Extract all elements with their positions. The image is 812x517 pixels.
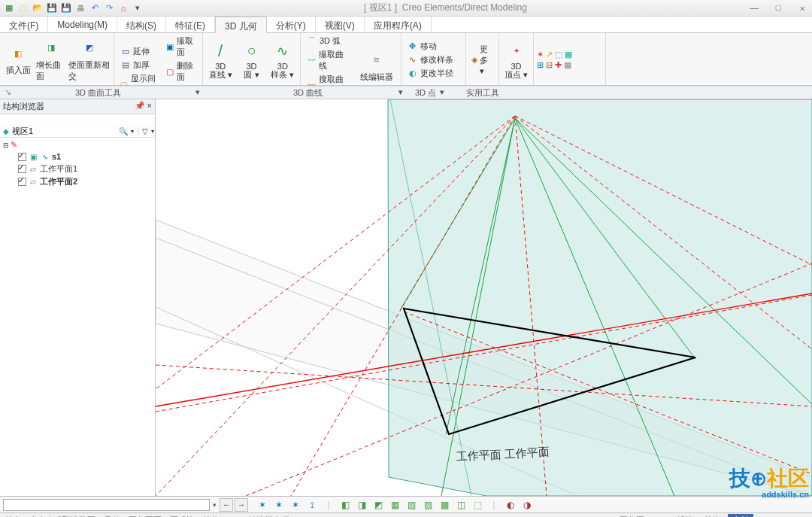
tab-application[interactable]: 应用程序(A): [365, 17, 432, 32]
tool-icon[interactable]: ▦: [565, 50, 572, 59]
pickcurve-button[interactable]: 〰撮取曲线: [304, 48, 353, 72]
undo-icon[interactable]: ↶: [89, 2, 101, 14]
3dline-button[interactable]: /3D 直线 ▾: [206, 39, 235, 81]
part-icon: ▣: [28, 151, 38, 162]
tab-file[interactable]: 文件(F): [0, 17, 48, 32]
cube-icon[interactable]: ◧: [338, 498, 352, 512]
minimize-button[interactable]: —: [747, 3, 761, 13]
tab-analysis[interactable]: 分析(Y): [267, 17, 316, 32]
extend-button[interactable]: ▭延伸: [117, 45, 161, 58]
more2-button[interactable]: ◈更多 ▾: [469, 43, 495, 77]
shade-icon[interactable]: ◐: [504, 498, 517, 512]
ribbon-group-labels: ↘ 3D 曲面工具 ▾ 3D 曲线 ▾ 3D 点 ▾ 实用工具: [0, 86, 812, 99]
redo-icon[interactable]: ↷: [103, 2, 115, 14]
tool-icon[interactable]: ⬚: [555, 50, 562, 59]
thicken-button[interactable]: ▤加厚: [117, 59, 161, 71]
ribbon: ◧插入面 ◨增长曲面 ◩使面重新相交 ▭延伸 ▤加厚 ◌显示间隙 ▣撮取面 ▢删…: [0, 33, 812, 86]
save-icon[interactable]: 💾: [46, 2, 58, 14]
structure-browser-panel: 结构浏览器 📌 × ◆ 🔍▾ | ▽▾ ⊟ ✎ ▣ ∿ s1 ▱ 工作平面1: [0, 99, 156, 496]
work-area: 结构浏览器 📌 × ◆ 🔍▾ | ▽▾ ⊟ ✎ ▣ ∿ s1 ▱ 工作平面1: [0, 99, 812, 496]
3dcircle-button[interactable]: ○3D 圆 ▾: [237, 39, 265, 81]
tab-modeling[interactable]: Modeling(M): [48, 17, 117, 32]
ribbon-tabs: 文件(F) Modeling(M) 结构(S) 特征(E) 3D 几何 分析(Y…: [0, 17, 812, 33]
curve-icon: ∿: [40, 151, 50, 162]
tool-icon[interactable]: ✶: [537, 50, 544, 59]
move-button[interactable]: ✥移动: [404, 40, 456, 53]
print-icon[interactable]: 🖶: [74, 2, 86, 14]
watermark-logo: 技⊕社区 addskills.cn: [729, 464, 809, 499]
curve-editor-button[interactable]: ≋线编辑器: [356, 48, 398, 84]
changeradius-button[interactable]: ◐更改半径: [404, 67, 456, 80]
modspline-button[interactable]: ∿修改样条: [404, 53, 456, 66]
saveall-icon[interactable]: 💾: [60, 2, 72, 14]
filter-icon[interactable]: ▽: [142, 127, 148, 135]
model-tree[interactable]: ⊟ ✎ ▣ ∿ s1 ▱ 工作平面1 ▱ 工作平面2: [0, 138, 155, 190]
qat-dropdown-icon[interactable]: ▾: [132, 2, 144, 14]
app-menu-icon[interactable]: ▦: [3, 2, 15, 14]
3dspline-button[interactable]: ∿3D 样条 ▾: [268, 39, 297, 81]
filter-input[interactable]: [12, 126, 116, 135]
reintersect-face-button[interactable]: ◩使面重新相交: [68, 36, 111, 84]
tree-node-wp2[interactable]: ▱ 工作平面2: [2, 175, 153, 188]
shade-icon[interactable]: ◑: [520, 498, 534, 512]
workplane-icon: ▱: [28, 177, 38, 187]
insert-face-button[interactable]: ◧插入面: [3, 41, 34, 78]
cmd-dropdown-icon[interactable]: ▾: [213, 501, 217, 509]
panel-filter-row: ◆ 🔍▾ | ▽▾: [0, 125, 155, 138]
tab-structure[interactable]: 结构(S): [117, 17, 166, 32]
pickface-button[interactable]: ▣撮取面: [163, 35, 199, 59]
tool-icon[interactable]: ⊟: [546, 60, 553, 70]
3darc-button[interactable]: ⌒3D 弧: [304, 35, 353, 47]
maximize-button[interactable]: □: [771, 3, 785, 13]
tree-icon: ◆: [3, 127, 9, 135]
status-bar: 单击一个命令或预选装配、零件、工作平面、面或边。按住 SHIFT 键选择多项。 …: [0, 512, 812, 517]
window-title: [ 视区1 ] Creo Elements/Direct Modeling: [144, 2, 747, 14]
tool-icon[interactable]: ▦: [564, 60, 571, 70]
status-all[interactable]: 全部: [728, 514, 753, 517]
window-controls: — □ ⨉: [747, 3, 809, 13]
tree-node-wp1[interactable]: ▱ 工作平面1: [2, 163, 153, 175]
tool-icon[interactable]: ⊞: [537, 60, 544, 70]
deleteface-button[interactable]: ▢删除面: [163, 59, 199, 84]
axis-icon[interactable]: ✶: [272, 498, 286, 512]
cmd-back-button[interactable]: ←: [220, 498, 233, 512]
panel-header: 结构浏览器 📌 ×: [0, 99, 155, 114]
checkbox[interactable]: [18, 165, 26, 173]
cube-icon[interactable]: ◩: [371, 498, 385, 512]
pin-icon[interactable]: 📌: [135, 101, 145, 110]
cmd-fwd-button[interactable]: →: [235, 498, 248, 512]
cube-icon[interactable]: ◫: [454, 498, 468, 512]
panel-close-icon[interactable]: ×: [147, 101, 152, 110]
axis-icon[interactable]: ✶: [256, 498, 269, 512]
cube-icon[interactable]: ⬚: [471, 498, 484, 512]
cube-icon[interactable]: ▩: [438, 498, 451, 512]
workplane-icon: ▱: [28, 164, 38, 175]
checkbox[interactable]: [18, 153, 26, 161]
cube-icon[interactable]: ▧: [404, 498, 418, 512]
close-button[interactable]: ⨉: [795, 3, 809, 13]
search-icon[interactable]: 🔍: [119, 127, 128, 135]
command-bar: ▾ ← → ✶ ✶ ✶ ⟟ | ◧ ◨ ◩ ▦ ▧ ▨ ▩ ◫ ⬚ | ◐ ◑: [0, 496, 812, 512]
axis-icon[interactable]: ✶: [289, 498, 302, 512]
cube-icon[interactable]: ▨: [421, 498, 435, 512]
view-toolbar: ✶ ✶ ✶ ⟟ | ◧ ◨ ◩ ▦ ▧ ▨ ▩ ◫ ⬚ | ◐ ◑: [256, 498, 534, 512]
extend-surface-button[interactable]: ◨增长曲面: [36, 36, 67, 84]
open-icon[interactable]: 📂: [32, 2, 44, 14]
title-bar: ▦ ▢ 📂 💾 💾 🖶 ↶ ↷ ⌂ ▾ [ 视区1 ] Creo Element…: [0, 0, 812, 17]
tree-node-s1[interactable]: ▣ ∿ s1: [2, 151, 153, 163]
quick-access-toolbar: ▦ ▢ 📂 💾 💾 🖶 ↶ ↷ ⌂ ▾: [3, 2, 144, 14]
axis-icon[interactable]: ⟟: [305, 498, 319, 512]
command-input[interactable]: [3, 499, 210, 511]
tab-view[interactable]: 视图(V): [316, 17, 365, 32]
cube-icon[interactable]: ▦: [388, 498, 401, 512]
home-icon[interactable]: ⌂: [117, 2, 129, 14]
checkbox[interactable]: [18, 178, 26, 186]
cube-icon[interactable]: ◨: [355, 498, 368, 512]
tool-icon[interactable]: ↗: [546, 50, 553, 59]
tool-icon[interactable]: ✚: [555, 60, 562, 70]
3dvertex-button[interactable]: ✦3D 顶点 ▾: [502, 39, 530, 81]
tab-feature[interactable]: 特征(E): [166, 17, 215, 32]
tab-3dgeometry[interactable]: 3D 几何: [215, 17, 267, 33]
new-icon[interactable]: ▢: [17, 2, 29, 14]
3d-viewport[interactable]: 工作平面 工作平面: [156, 99, 812, 496]
